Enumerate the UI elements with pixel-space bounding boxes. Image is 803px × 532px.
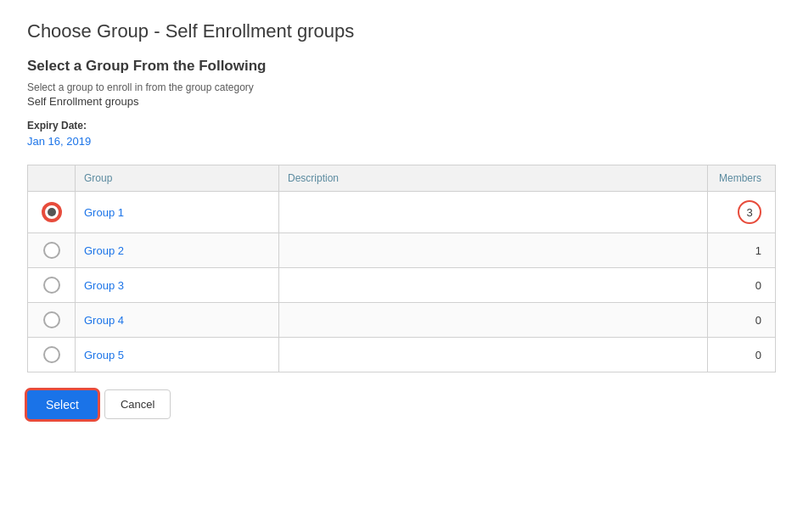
table-row[interactable]: Group 50 [28,338,776,372]
radio-cell[interactable] [28,303,76,338]
table-row[interactable]: Group 13 [28,192,776,233]
radio-cell[interactable] [28,338,76,372]
description-cell [279,192,708,233]
cancel-button[interactable]: Cancel [104,389,171,419]
col-header-radio [28,165,76,192]
select-button[interactable]: Select [27,390,98,419]
group-name-cell: Group 5 [76,338,279,372]
section-heading: Select a Group From the Following [27,58,776,75]
radio-button[interactable] [43,277,60,294]
group-name-cell: Group 2 [76,233,279,268]
radio-cell[interactable] [28,233,76,268]
description-cell [279,303,708,338]
description-cell [279,233,708,268]
button-row: Select Cancel [27,389,776,419]
table-row[interactable]: Group 21 [28,233,776,268]
page-title: Choose Group - Self Enrollment groups [27,20,776,42]
members-cell: 0 [708,268,776,303]
col-header-description: Description [279,165,708,192]
table-row[interactable]: Group 30 [28,268,776,303]
radio-cell[interactable] [28,192,76,233]
radio-button[interactable] [43,204,60,221]
members-cell: 0 [708,303,776,338]
description-cell [279,268,708,303]
groups-table: Group Description Members Group 13Group … [27,165,776,372]
description-cell [279,338,708,372]
group-name-cell: Group 3 [76,268,279,303]
expiry-label: Expiry Date: [27,120,776,132]
subtitle-text: Select a group to enroll in from the gro… [27,81,776,93]
select-button-wrapper: Select [27,390,98,419]
members-cell: 1 [708,233,776,268]
members-cell: 3 [708,192,776,233]
radio-button[interactable] [43,346,60,363]
radio-button[interactable] [43,242,60,259]
col-header-group: Group [76,165,279,192]
members-cell: 0 [708,338,776,372]
group-name-cell: Group 1 [76,192,279,233]
table-row[interactable]: Group 40 [28,303,776,338]
col-header-members: Members [708,165,776,192]
group-name-cell: Group 4 [76,303,279,338]
radio-cell[interactable] [28,268,76,303]
members-badge-highlighted: 3 [738,200,761,224]
category-name: Self Enrollment groups [27,95,776,108]
radio-button[interactable] [43,311,60,328]
expiry-date: Jan 16, 2019 [27,135,776,148]
